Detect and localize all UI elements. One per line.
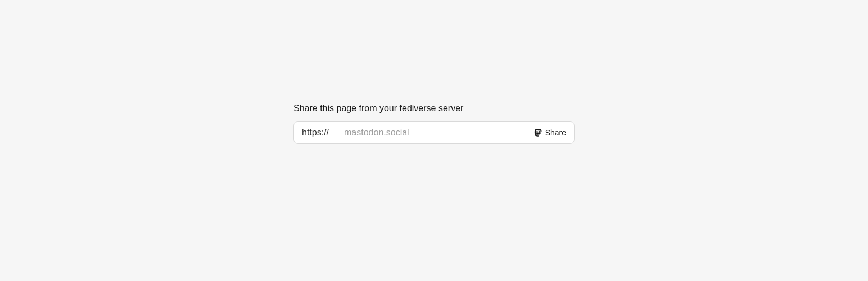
prompt-text-after: server (436, 103, 463, 113)
share-button-label: Share (545, 128, 566, 137)
share-prompt: Share this page from your fediverse serv… (293, 103, 463, 114)
share-button[interactable]: Share (526, 122, 574, 143)
share-container: Share this page from your fediverse serv… (293, 103, 575, 144)
server-input[interactable] (337, 122, 526, 143)
share-form: https:// Share (293, 121, 575, 144)
fediverse-link[interactable]: fediverse (400, 103, 436, 113)
mastodon-icon (534, 129, 542, 137)
url-prefix: https:// (294, 122, 337, 143)
prompt-text-before: Share this page from your (293, 103, 400, 113)
